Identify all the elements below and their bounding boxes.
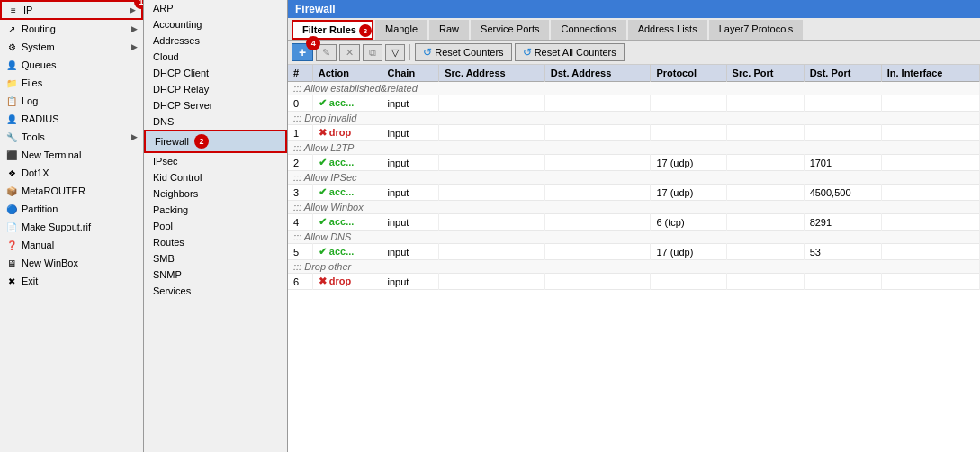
cell-num: 5: [288, 244, 312, 260]
middle-item-routes[interactable]: Routes: [144, 234, 287, 250]
sidebar-item-routing[interactable]: ↗ Routing ▶: [0, 20, 143, 38]
files-icon: 📁: [5, 77, 18, 89]
cell-in-interface: [881, 155, 979, 171]
middle-item-dhcp-relay[interactable]: DHCP Relay: [144, 81, 287, 97]
reset-all-icon: ↺: [523, 46, 532, 59]
sidebar-item-files[interactable]: 📁 Files: [0, 74, 143, 92]
sidebar: ≡ IP 1 ▶ ↗ Routing ▶ ⚙ System ▶ 👤 Queues…: [0, 0, 144, 452]
middle-item-kid-control[interactable]: Kid Control: [144, 169, 287, 185]
col-protocol: Protocol: [651, 65, 726, 82]
reset-all-counters-button[interactable]: ↺ Reset All Counters: [515, 43, 625, 61]
sidebar-item-dot1x[interactable]: ❖ Dot1X: [0, 164, 143, 182]
sidebar-item-queues[interactable]: 👤 Queues: [0, 56, 143, 74]
sidebar-item-new-terminal[interactable]: ⬛ New Terminal: [0, 146, 143, 164]
cell-in-interface: [881, 125, 979, 141]
cell-dst-addr: [544, 214, 651, 231]
tab-layer7[interactable]: Layer7 Protocols: [709, 20, 804, 40]
sidebar-item-make-supout[interactable]: 📄 Make Supout.rif: [0, 218, 143, 236]
partition-icon: 🔵: [5, 203, 18, 215]
sidebar-item-manual[interactable]: ❓ Manual: [0, 236, 143, 254]
cell-dst-port: 4500,500: [804, 185, 881, 201]
table-row[interactable]: 4✔ acc...input6 (tcp)8291: [288, 214, 980, 231]
table-row[interactable]: 3✔ acc...input17 (udp)4500,500: [288, 185, 980, 201]
reset-icon: ↺: [423, 46, 432, 59]
sidebar-item-exit[interactable]: ✖ Exit: [0, 272, 143, 290]
table-row[interactable]: 1✖ dropinput: [288, 125, 980, 141]
section-label-row: ::: Drop invalid: [288, 112, 980, 125]
cell-protocol: 17 (udp): [651, 185, 726, 201]
cell-num: 4: [288, 214, 312, 231]
metarouter-icon: 📦: [5, 185, 18, 197]
tab-filter-rules[interactable]: Filter Rules 3: [292, 20, 373, 40]
delete-button[interactable]: ✕: [339, 44, 360, 61]
middle-item-dns[interactable]: DNS: [144, 113, 287, 130]
middle-item-addresses[interactable]: Addresses: [144, 32, 287, 49]
toolbar-separator: [409, 44, 410, 60]
filter-button[interactable]: ▽: [385, 44, 405, 61]
table-row[interactable]: 2✔ acc...input17 (udp)1701: [288, 155, 980, 171]
tab-mangle[interactable]: Mangle: [375, 20, 427, 40]
tab-raw[interactable]: Raw: [429, 20, 469, 40]
col-dst-address: Dst. Address: [544, 65, 651, 82]
sidebar-item-tools[interactable]: 🔧 Tools ▶: [0, 128, 143, 146]
middle-column: ARP Accounting Addresses Cloud DHCP Clie…: [144, 0, 288, 452]
col-action: Action: [312, 65, 382, 82]
sidebar-item-partition[interactable]: 🔵 Partition: [0, 200, 143, 218]
sidebar-item-system[interactable]: ⚙ System ▶: [0, 38, 143, 56]
badge-3: 3: [359, 24, 372, 37]
cell-chain: input: [382, 185, 439, 201]
cell-action: ✔ acc...: [312, 185, 382, 201]
cell-action: ✔ acc...: [312, 155, 382, 171]
middle-item-snmp[interactable]: SNMP: [144, 267, 287, 283]
col-dst-port: Dst. Port: [804, 65, 881, 82]
middle-item-accounting[interactable]: Accounting: [144, 16, 287, 32]
cell-chain: input: [382, 274, 439, 290]
cell-src-addr: [439, 214, 545, 231]
col-num: #: [288, 65, 312, 82]
middle-item-neighbors[interactable]: Neighbors: [144, 185, 287, 202]
middle-item-arp[interactable]: ARP: [144, 0, 287, 16]
cell-chain: input: [382, 214, 439, 231]
cell-dst-addr: [544, 185, 651, 201]
cell-in-interface: [881, 274, 979, 290]
tab-address-lists[interactable]: Address Lists: [628, 20, 707, 40]
sidebar-item-ip[interactable]: ≡ IP 1 ▶: [0, 0, 143, 20]
middle-item-smb[interactable]: SMB: [144, 250, 287, 267]
firewall-title: Firewall: [288, 0, 980, 18]
col-src-address: Src. Address: [439, 65, 545, 82]
tools-icon: 🔧: [5, 131, 18, 143]
middle-item-ipsec[interactable]: IPsec: [144, 153, 287, 169]
cell-src-port: [726, 155, 804, 171]
cell-dst-addr: [544, 155, 651, 171]
reset-counters-button[interactable]: ↺ Reset Counters: [415, 43, 511, 61]
cell-src-port: [726, 125, 804, 141]
section-label-row: ::: Allow Winbox: [288, 201, 980, 214]
ip-arrow: ▶: [130, 5, 136, 14]
middle-item-firewall[interactable]: Firewall 2: [144, 130, 287, 153]
table-row[interactable]: 0✔ acc...input: [288, 95, 980, 112]
table-row[interactable]: 6✖ dropinput: [288, 274, 980, 290]
middle-item-dhcp-server[interactable]: DHCP Server: [144, 97, 287, 113]
cell-action: ✔ acc...: [312, 214, 382, 231]
tab-service-ports[interactable]: Service Ports: [471, 20, 549, 40]
cell-in-interface: [881, 95, 979, 112]
cell-src-addr: [439, 274, 545, 290]
system-icon: ⚙: [5, 41, 18, 53]
col-src-port: Src. Port: [726, 65, 804, 82]
add-wrapper: + 4: [292, 43, 313, 61]
cell-dst-port: [804, 274, 881, 290]
middle-item-services[interactable]: Services: [144, 283, 287, 299]
middle-item-dhcp-client[interactable]: DHCP Client: [144, 65, 287, 81]
sidebar-item-radius[interactable]: 👤 RADIUS: [0, 110, 143, 128]
cell-chain: input: [382, 244, 439, 260]
copy-button[interactable]: ⧉: [363, 44, 382, 61]
tab-connections[interactable]: Connections: [551, 20, 625, 40]
sidebar-item-log[interactable]: 📋 Log: [0, 92, 143, 110]
sidebar-item-new-winbox[interactable]: 🖥 New WinBox: [0, 254, 143, 272]
middle-item-pool[interactable]: Pool: [144, 218, 287, 234]
table-row[interactable]: 5✔ acc...input17 (udp)53: [288, 244, 980, 260]
sidebar-item-metarouter[interactable]: 📦 MetaROUTER: [0, 182, 143, 200]
middle-item-packing[interactable]: Packing: [144, 202, 287, 218]
table-wrapper: # Action Chain Src. Address Dst. Address…: [288, 65, 980, 452]
middle-item-cloud[interactable]: Cloud: [144, 49, 287, 65]
